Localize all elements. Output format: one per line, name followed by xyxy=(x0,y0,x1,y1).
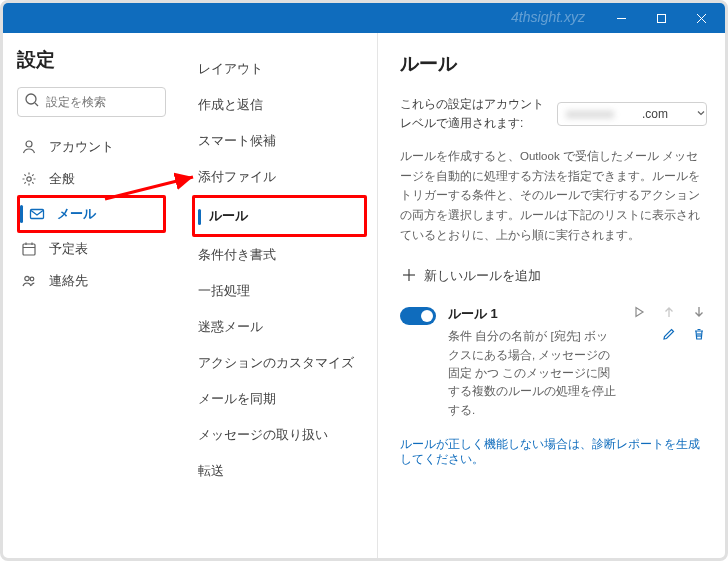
svg-rect-1 xyxy=(657,14,665,22)
edit-icon[interactable] xyxy=(661,327,677,341)
contacts-icon xyxy=(21,273,39,289)
sub-item-conditional[interactable]: 条件付き書式 xyxy=(192,237,367,273)
sidebar-item-account[interactable]: アカウント xyxy=(17,131,166,163)
sub-item-attachments[interactable]: 添付ファイル xyxy=(192,159,367,195)
sub-item-junk[interactable]: 迷惑メール xyxy=(192,309,367,345)
svg-point-4 xyxy=(26,94,36,104)
search-box[interactable] xyxy=(17,87,166,117)
minimize-button[interactable] xyxy=(601,4,641,32)
sub-item-sync[interactable]: メールを同期 xyxy=(192,381,367,417)
sidebar-item-general[interactable]: 全般 xyxy=(17,163,166,195)
delete-icon[interactable] xyxy=(691,327,707,341)
sidebar-item-label: メール xyxy=(57,205,96,223)
sub-item-sweep[interactable]: 一括処理 xyxy=(192,273,367,309)
account-domain: .com xyxy=(642,107,668,121)
move-down-icon[interactable] xyxy=(691,305,707,319)
add-rule-button[interactable]: 新しいルールを追加 xyxy=(400,261,707,291)
rule-detail: 条件 自分の名前が [宛先] ボックスにある場合, メッセージの固定 かつ この… xyxy=(448,327,619,419)
settings-title: 設定 xyxy=(17,47,166,73)
diagnostic-link[interactable]: ルールが正しく機能しない場合は、診断レポートを生成してください。 xyxy=(400,437,707,467)
search-input[interactable] xyxy=(46,95,196,109)
close-button[interactable] xyxy=(681,4,721,32)
sub-item-rules[interactable]: ルール xyxy=(192,195,367,237)
sidebar-item-calendar[interactable]: 予定表 xyxy=(17,233,166,265)
mail-icon xyxy=(29,206,47,222)
account-masked: xxxxxxxx xyxy=(566,107,614,121)
svg-point-6 xyxy=(26,141,32,147)
plus-icon xyxy=(402,268,416,285)
sub-item-customize[interactable]: アクションのカスタマイズ xyxy=(192,345,367,381)
person-icon xyxy=(21,139,39,155)
sub-item-forward[interactable]: 転送 xyxy=(192,453,367,489)
account-scope-row: これらの設定はアカウント レベルで適用されます: xxxxxxxx .com xyxy=(400,95,707,133)
sidebar-item-mail[interactable]: メール xyxy=(17,195,166,233)
calendar-icon xyxy=(21,241,39,257)
settings-sidebar: 設定 アカウント 全般 メール 予定表 連絡先 xyxy=(3,33,178,558)
sidebar-item-label: 予定表 xyxy=(49,240,88,258)
account-selector[interactable]: xxxxxxxx .com xyxy=(557,102,707,126)
svg-point-14 xyxy=(30,277,34,281)
sidebar-item-contacts[interactable]: 連絡先 xyxy=(17,265,166,297)
sidebar-item-label: アカウント xyxy=(49,138,114,156)
sub-item-compose[interactable]: 作成と返信 xyxy=(192,87,367,123)
rules-panel: ルール これらの設定はアカウント レベルで適用されます: xxxxxxxx .c… xyxy=(378,33,725,558)
move-up-icon[interactable] xyxy=(661,305,677,319)
sub-item-handling[interactable]: メッセージの取り扱い xyxy=(192,417,367,453)
mail-subsections: レイアウト 作成と返信 スマート候補 添付ファイル ルール 条件付き書式 一括処… xyxy=(178,33,378,558)
search-icon xyxy=(24,92,40,112)
rule-actions xyxy=(631,305,707,419)
sidebar-item-label: 全般 xyxy=(49,170,75,188)
sidebar-item-label: 連絡先 xyxy=(49,272,88,290)
svg-rect-9 xyxy=(23,244,35,255)
maximize-button[interactable] xyxy=(641,4,681,32)
svg-point-13 xyxy=(25,276,29,280)
add-rule-label: 新しいルールを追加 xyxy=(424,267,541,285)
chevron-down-icon xyxy=(696,107,706,121)
svg-point-7 xyxy=(27,177,31,181)
rule-toggle[interactable] xyxy=(400,307,436,325)
gear-icon xyxy=(21,171,39,187)
rules-description: ルールを作成すると、Outlook で受信したメール メッセージを自動的に処理す… xyxy=(400,147,707,245)
rule-body: ルール 1 条件 自分の名前が [宛先] ボックスにある場合, メッセージの固定… xyxy=(448,305,619,419)
rules-title: ルール xyxy=(400,51,707,77)
watermark-text: 4thsight.xyz xyxy=(511,9,585,25)
account-scope-label: これらの設定はアカウント レベルで適用されます: xyxy=(400,95,545,133)
main-content: 設定 アカウント 全般 メール 予定表 連絡先 レイアウト xyxy=(3,33,725,558)
rule-name: ルール 1 xyxy=(448,305,619,323)
run-icon[interactable] xyxy=(631,305,647,319)
sub-item-layout[interactable]: レイアウト xyxy=(192,51,367,87)
titlebar: 4thsight.xyz xyxy=(3,3,725,33)
rule-item: ルール 1 条件 自分の名前が [宛先] ボックスにある場合, メッセージの固定… xyxy=(400,305,707,419)
svg-line-5 xyxy=(35,103,38,106)
sub-item-smart[interactable]: スマート候補 xyxy=(192,123,367,159)
